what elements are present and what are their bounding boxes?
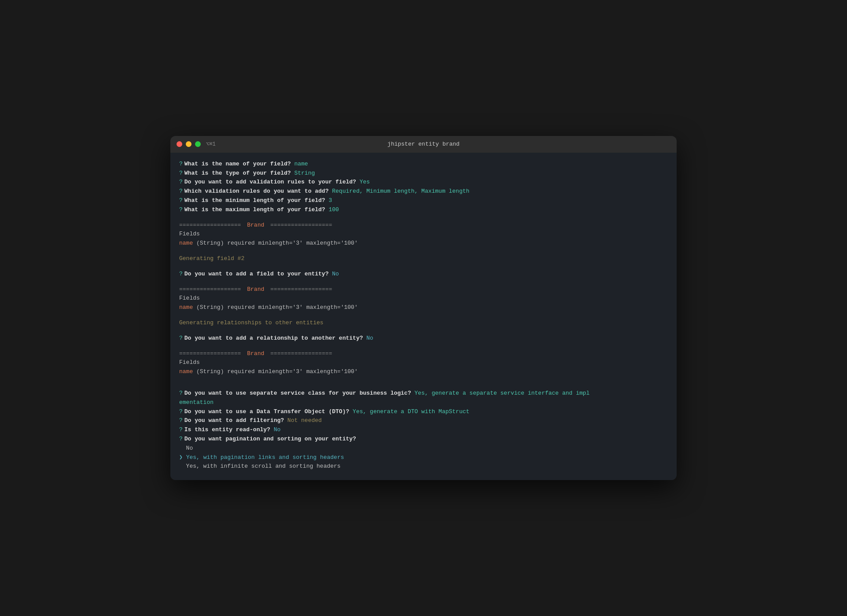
traffic-lights: [177, 141, 201, 147]
fields-label-line: Fields: [179, 358, 668, 367]
answer-text: Not needed: [284, 416, 322, 425]
spacer: [179, 383, 668, 389]
answer-text: 3: [325, 196, 332, 205]
menu-item-label: No: [179, 444, 193, 453]
field-line: name (String) required minlength='3' max…: [179, 303, 668, 312]
separator-left: ==================: [179, 349, 241, 359]
separator-right: ==================: [270, 285, 332, 294]
separator-right: ==================: [270, 349, 332, 359]
fields-label-line: Fields: [179, 230, 668, 239]
terminal-window: ⌥⌘1 jhipster entity brand ? What is the …: [170, 136, 677, 480]
separator-right: ==================: [270, 221, 332, 230]
generating-text: Generating field #2: [179, 254, 244, 264]
generating-relationships-text: Generating relationships to other entiti…: [179, 319, 324, 328]
question-mark: ?: [179, 334, 183, 343]
question-text: Do you want to add a relationship to ano…: [184, 334, 363, 343]
fields-label: Fields: [179, 358, 200, 367]
maximize-button[interactable]: [195, 141, 201, 147]
field-name: name: [179, 239, 193, 248]
answer-text: 100: [325, 205, 339, 215]
fields-label-line: Fields: [179, 294, 668, 303]
terminal-line: ? What is the type of your field? String: [179, 169, 668, 178]
terminal-line: ? What is the name of your field? name: [179, 160, 668, 169]
spacer: [179, 328, 668, 334]
menu-item-label: Yes, with infinite scroll and sorting he…: [179, 462, 341, 471]
question-mark: ?: [179, 435, 183, 444]
menu-item-infinite-scroll[interactable]: Yes, with infinite scroll and sorting he…: [179, 462, 668, 471]
separator-1: ================== Brand ===============…: [179, 221, 668, 230]
separator-left: ==================: [179, 221, 241, 230]
question-text: What is the maximum length of your field…: [184, 205, 325, 215]
answer-text: Required, Minimum length, Maximum length: [328, 187, 469, 196]
terminal-line: ? Do you want to add a field to your ent…: [179, 270, 668, 279]
terminal-line: ? Do you want to add validation rules to…: [179, 178, 668, 187]
field-detail: (String) required minlength='3' maxlengt…: [193, 367, 357, 377]
separator-3: ================== Brand ===============…: [179, 349, 668, 359]
terminal-line: ? Do you want to add a relationship to a…: [179, 334, 668, 343]
question-mark: ?: [179, 407, 183, 417]
spacer: [179, 377, 668, 383]
generating-relationships-line: Generating relationships to other entiti…: [179, 319, 668, 328]
question-text: What is the name of your field?: [184, 160, 291, 169]
service-question-line: ? Do you want to use separate service cl…: [179, 389, 668, 398]
answer-text: Yes, generate a DTO with MapStruct: [349, 407, 469, 417]
close-button[interactable]: [177, 141, 182, 147]
brand-label: Brand: [243, 349, 268, 359]
field-line: name (String) required minlength='3' max…: [179, 239, 668, 248]
spacer: [179, 312, 668, 319]
continuation-line: ementation: [179, 398, 668, 407]
titlebar: ⌥⌘1 jhipster entity brand: [170, 136, 677, 153]
generating-line: Generating field #2: [179, 254, 668, 264]
field-detail: (String) required minlength='3' maxlengt…: [193, 239, 357, 248]
answer-text: name: [291, 160, 308, 169]
separator-2: ================== Brand ===============…: [179, 285, 668, 294]
field-name: name: [179, 303, 193, 312]
question-text: Do you want to use a Data Transfer Objec…: [184, 407, 349, 417]
question-mark: ?: [179, 205, 183, 215]
question-text: What is the minimum length of your field…: [184, 196, 325, 205]
window-title: jhipster entity brand: [387, 141, 460, 147]
spacer: [179, 343, 668, 349]
keyboard-shortcut: ⌥⌘1: [206, 141, 216, 147]
separator-left: ==================: [179, 285, 241, 294]
fields-label: Fields: [179, 230, 200, 239]
brand-label: Brand: [243, 221, 268, 230]
fields-label: Fields: [179, 294, 200, 303]
question-mark: ?: [179, 425, 183, 435]
answer-text: No: [328, 270, 339, 279]
question-mark: ?: [179, 178, 183, 187]
question-mark: ?: [179, 160, 183, 169]
question-mark: ?: [179, 416, 183, 425]
readonly-question-line: ? Is this entity read-only? No: [179, 425, 668, 435]
field-detail: (String) required minlength='3' maxlengt…: [193, 303, 357, 312]
menu-item-pagination-selected[interactable]: ❯ Yes, with pagination links and sorting…: [179, 453, 668, 462]
question-mark: ?: [179, 196, 183, 205]
menu-item-label: Yes, with pagination links and sorting h…: [186, 453, 344, 462]
answer-text: Yes: [356, 178, 370, 187]
spacer: [179, 248, 668, 254]
question-text: What is the type of your field?: [184, 169, 291, 178]
spacer: [179, 279, 668, 285]
question-mark: ?: [179, 389, 183, 398]
question-text: Do you want to add filtering?: [184, 416, 284, 425]
answer-text: No: [363, 334, 373, 343]
question-text: Do you want to add validation rules to y…: [184, 178, 356, 187]
brand-label: Brand: [243, 285, 268, 294]
answer-text: No: [270, 425, 280, 435]
terminal-line: ? Which validation rules do you want to …: [179, 187, 668, 196]
chevron-icon: ❯: [179, 453, 186, 462]
menu-item-no[interactable]: No: [179, 444, 668, 453]
filtering-question-line: ? Do you want to add filtering? Not need…: [179, 416, 668, 425]
terminal-body: ? What is the name of your field? name ?…: [170, 153, 677, 480]
question-text: Is this entity read-only?: [184, 425, 270, 435]
terminal-line: ? What is the minimum length of your fie…: [179, 196, 668, 205]
minimize-button[interactable]: [186, 141, 191, 147]
question-text: Do you want to add a field to your entit…: [184, 270, 329, 279]
field-line: name (String) required minlength='3' max…: [179, 367, 668, 377]
question-mark: ?: [179, 187, 183, 196]
spacer: [179, 264, 668, 270]
question-text: Which validation rules do you want to ad…: [184, 187, 329, 196]
dto-question-line: ? Do you want to use a Data Transfer Obj…: [179, 407, 668, 417]
continuation-text: ementation: [179, 398, 214, 407]
question-mark: ?: [179, 169, 183, 178]
